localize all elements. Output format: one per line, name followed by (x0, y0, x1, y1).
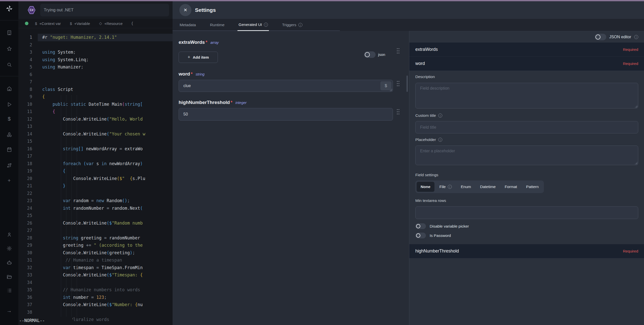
highnumberthreshold-input[interactable] (179, 108, 393, 121)
info-icon[interactable] (634, 35, 638, 39)
code-line[interactable]: 33 Console.WriteLine($"Timespan: { (18, 271, 173, 279)
home-icon[interactable] (6, 85, 13, 92)
code-line[interactable]: 30 Console.WriteLine(greeting); (18, 249, 173, 257)
code-line[interactable]: 7 (18, 78, 173, 86)
code-line[interactable]: 21 } (18, 182, 173, 190)
code-line[interactable]: 9{ (18, 93, 173, 101)
schedules-calendar-icon[interactable] (6, 146, 13, 153)
logs-list-icon[interactable] (6, 287, 13, 294)
code-line[interactable]: 11 { (18, 108, 173, 116)
code-line[interactable]: 20 Console.WriteLine($" {s.Plu (18, 175, 173, 183)
toolbar-button--variable[interactable]: $+Variable (70, 21, 90, 26)
create-plus-icon[interactable]: + (6, 177, 13, 184)
line-number: 16 (18, 145, 32, 153)
code-line[interactable]: 8class Script (18, 86, 173, 93)
custom-title-input[interactable] (415, 121, 638, 133)
option-label: Format (505, 185, 517, 189)
code-line[interactable]: 1#r "nuget: Humanizer, 2.14.1" (18, 34, 173, 41)
favorites-star-icon[interactable] (6, 46, 13, 52)
code-line[interactable]: 36 int number = 123; (18, 294, 173, 301)
code-line[interactable]: 29 greeting += " (according to the (18, 242, 173, 249)
description-textarea[interactable] (415, 83, 638, 109)
add-item-button[interactable]: + Add item (179, 52, 218, 63)
code-line[interactable]: 14 Console.WriteLine("Your chosen w (18, 130, 173, 138)
code-line[interactable]: 28 string greeting = randomNumber (18, 234, 173, 242)
field-setting-option-enum[interactable]: Enum (457, 182, 475, 192)
json-editor-toggle[interactable] (595, 34, 606, 40)
code-line[interactable]: 3using System; (18, 49, 173, 56)
drag-handle-highnumberthreshold[interactable] (396, 109, 400, 115)
code-line[interactable]: 35 // Humanize numbers into words (18, 286, 173, 294)
code-line[interactable]: 12 Console.WriteLine("Hello, World (18, 116, 173, 123)
placeholder-textarea[interactable] (415, 146, 638, 165)
code-line[interactable]: 2 (18, 41, 173, 49)
windmill-logo-icon[interactable] (6, 3, 13, 14)
code-line[interactable]: 31 // Humanize a timespan (18, 257, 173, 264)
toolbar-button--resource[interactable]: ◇+Resource (99, 21, 123, 26)
field-setting-option-none[interactable]: None (417, 182, 434, 192)
tab-runtime[interactable]: Runtime (209, 19, 226, 31)
user-icon[interactable] (6, 231, 13, 238)
code-line[interactable]: 19 { (18, 167, 173, 175)
code-line[interactable]: 27 (18, 227, 173, 234)
drag-handle-extrawords[interactable] (396, 48, 400, 54)
variables-dollar-icon[interactable]: $ (6, 116, 13, 122)
form-scrollbar[interactable] (407, 76, 408, 92)
tab-metadata[interactable]: Metadata (179, 19, 197, 31)
field-setting-option-pattern[interactable]: Pattern (522, 182, 543, 192)
drag-handle-word[interactable] (396, 80, 400, 87)
ai-robot-icon[interactable] (6, 260, 13, 266)
code-line[interactable]: 17 (18, 153, 173, 160)
code-line[interactable]: 26 Console.WriteLine($"Random numb (18, 220, 173, 227)
line-number: 38 (18, 309, 32, 316)
code-line[interactable]: 32 var timespan = TimeSpan.FromMin (18, 264, 173, 272)
toolbar-button-label: +Resource (104, 21, 123, 26)
tab-generated-ui[interactable]: Generated UI (237, 19, 269, 31)
code-line[interactable]: 23 var random = new Random(); (18, 197, 173, 205)
code-line[interactable]: 25 (18, 212, 173, 220)
field-setting-option-datetime[interactable]: Datetime (476, 182, 500, 192)
close-icon[interactable] (179, 4, 191, 16)
toolbar-button--context-var[interactable]: $+Context var (35, 21, 61, 26)
word-input[interactable] (179, 80, 393, 92)
flows-route-icon[interactable] (6, 162, 13, 169)
folders-icon[interactable] (6, 274, 13, 280)
expand-arrow-icon[interactable]: → (6, 307, 13, 314)
code-line[interactable]: 34 (18, 279, 173, 286)
panel-row-word[interactable]: word Required (409, 57, 644, 71)
tab-triggers[interactable]: Triggers (281, 19, 303, 31)
code-line[interactable]: 24 int randomNumber = random.Next( (18, 205, 173, 212)
code-line[interactable]: 16 string[] newWordArray = extraWo (18, 145, 173, 153)
info-icon[interactable] (438, 114, 442, 118)
code-line[interactable]: 6 (18, 71, 173, 79)
workspace-icon[interactable] (6, 29, 13, 36)
code-line[interactable]: 5using Humanizer; (18, 63, 173, 71)
code-line[interactable]: 13 (18, 123, 173, 130)
code-line[interactable]: 18 foreach (var s in newWordArray) (18, 160, 173, 168)
code-line[interactable]: 15 (18, 138, 173, 145)
min-textarea-rows-input[interactable] (415, 206, 638, 219)
panel-row-extrawords[interactable]: extraWords Required (409, 43, 644, 57)
info-icon[interactable] (298, 23, 302, 27)
resources-cubes-icon[interactable] (6, 131, 13, 138)
json-toggle[interactable] (364, 51, 376, 58)
settings-gear-icon[interactable] (6, 245, 13, 252)
code-line[interactable]: 22 (18, 190, 173, 197)
code-editor[interactable]: 1#r "nuget: Humanizer, 2.14.1"23using Sy… (18, 28, 173, 325)
info-icon[interactable] (264, 23, 268, 27)
info-icon[interactable] (438, 138, 442, 142)
script-title-field[interactable]: Trying out .NET (40, 4, 169, 16)
is-password-toggle[interactable] (415, 233, 426, 238)
code-line[interactable]: 10 public static DateTime Main(string[ (18, 101, 173, 108)
json-editor-label: JSON editor (609, 35, 631, 39)
field-setting-option-file[interactable]: File (435, 182, 456, 192)
variable-picker-button[interactable]: $ (380, 81, 391, 90)
search-icon[interactable] (6, 61, 13, 68)
field-setting-option-format[interactable]: Format (501, 182, 521, 192)
code-line[interactable]: 4using System.Linq; (18, 56, 173, 64)
code-line[interactable]: 38 (18, 309, 173, 316)
panel-row-highnumberthreshold[interactable]: highNumberThreshold Required (409, 244, 644, 258)
disable-variable-picker-toggle[interactable] (415, 223, 426, 229)
runs-play-icon[interactable] (6, 101, 13, 108)
code-line[interactable]: 37 Console.WriteLine($"Number: {nu (18, 301, 173, 309)
